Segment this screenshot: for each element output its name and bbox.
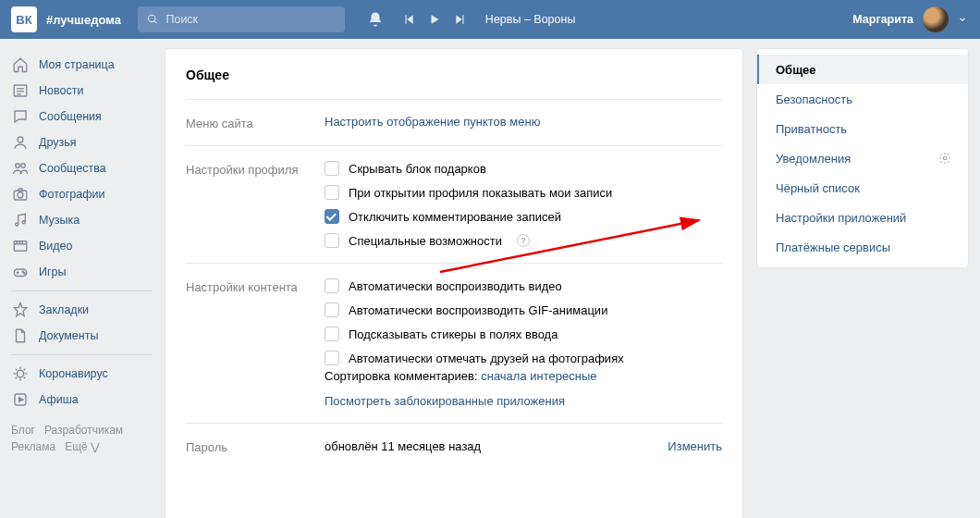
comment-sort-link[interactable]: сначала интересные: [481, 369, 596, 383]
checkbox[interactable]: [325, 278, 339, 293]
checkbox-label: При открытии профиля показывать мои запи…: [349, 186, 612, 200]
checkbox-label: Автоматически воспроизводить GIF-анимаци…: [349, 303, 607, 317]
settings-nav-item[interactable]: Платёжные сервисы: [757, 232, 968, 262]
svg-point-6: [18, 137, 23, 142]
checkbox-label: Специальные возможности: [349, 234, 502, 248]
footer-ads[interactable]: Реклама: [11, 440, 55, 453]
nav-label: Новости: [39, 84, 83, 97]
checkbox[interactable]: [325, 209, 339, 224]
nav-game[interactable]: Игры: [11, 259, 152, 285]
nav-label: Сообщества: [39, 162, 106, 175]
play-icon: [11, 390, 30, 409]
chevron-down-icon: [958, 15, 967, 24]
svg-point-8: [21, 164, 26, 168]
nav-home[interactable]: Моя страница: [11, 52, 152, 78]
checkbox-label: Подсказывать стикеры в полях ввода: [349, 327, 557, 341]
search-input[interactable]: [165, 13, 335, 26]
settings-nav-item[interactable]: Уведомления: [757, 143, 968, 173]
settings-nav-label: Общее: [776, 63, 816, 77]
checkbox[interactable]: [325, 327, 339, 341]
settings-nav-label: Настройки приложений: [776, 211, 906, 225]
video-icon: [11, 237, 30, 255]
blocked-apps-link[interactable]: Посмотреть заблокированные приложения: [325, 394, 565, 408]
play-icon[interactable]: [428, 13, 441, 26]
nav-star[interactable]: Закладки: [11, 297, 152, 323]
checkbox-option[interactable]: Отключить комментирование записей: [325, 209, 722, 224]
checkbox[interactable]: [325, 233, 339, 248]
settings-nav-item[interactable]: Настройки приложений: [757, 203, 968, 232]
avatar: [923, 6, 949, 32]
svg-point-7: [16, 164, 20, 168]
vk-logo[interactable]: ВК: [11, 6, 37, 32]
nav-chat[interactable]: Сообщения: [11, 104, 152, 130]
profile-section-label: Настройки профиля: [186, 161, 325, 248]
settings-nav-item[interactable]: Общее: [757, 55, 968, 84]
checkbox[interactable]: [325, 161, 339, 176]
settings-nav-label: Платёжные сервисы: [776, 240, 890, 254]
svg-point-17: [17, 370, 24, 377]
svg-point-16: [24, 273, 26, 275]
left-sidebar: Моя страницаНовостиСообщенияДрузьяСообще…: [11, 48, 152, 518]
password-updated-text: обновлён 11 месяцев назад: [325, 439, 481, 453]
footer-dev[interactable]: Разработчикам: [44, 424, 123, 437]
configure-menu-link[interactable]: Настроить отображение пунктов меню: [325, 115, 540, 129]
nav-doc[interactable]: Документы: [11, 323, 152, 349]
footer-more[interactable]: Ещё ⋁: [65, 440, 100, 453]
nav-label: Игры: [39, 265, 66, 278]
nav-label: Фотографии: [39, 188, 104, 201]
settings-nav: ОбщееБезопасностьПриватностьУведомленияЧ…: [756, 48, 969, 268]
nav-camera[interactable]: Фотографии: [11, 181, 152, 207]
content-section-label: Настройки контента: [186, 278, 325, 408]
gear-icon[interactable]: [938, 152, 951, 165]
svg-point-19: [943, 156, 947, 160]
checkbox-option[interactable]: Автоматически отмечать друзей на фотогра…: [325, 351, 722, 365]
nav-virus[interactable]: Коронавирус: [11, 361, 152, 387]
settings-nav-label: Приватность: [776, 122, 847, 136]
checkbox-label: Автоматически воспроизводить видео: [349, 279, 562, 293]
home-icon: [11, 56, 30, 74]
help-icon[interactable]: ?: [517, 234, 530, 247]
user-icon: [11, 133, 30, 152]
next-track-icon[interactable]: [454, 13, 467, 26]
nav-label: Афиша: [39, 393, 79, 406]
nav-news[interactable]: Новости: [11, 78, 152, 104]
checkbox-option[interactable]: Автоматически воспроизводить видео: [325, 278, 722, 293]
prev-track-icon[interactable]: [402, 13, 415, 26]
search-box[interactable]: [138, 6, 345, 32]
checkbox-option[interactable]: При открытии профиля показывать мои запи…: [325, 185, 722, 200]
track-title[interactable]: Нервы – Вороны: [485, 13, 576, 26]
nav-label: Моя страница: [39, 58, 115, 71]
nav-music[interactable]: Музыка: [11, 207, 152, 233]
nav-play[interactable]: Афиша: [11, 387, 152, 413]
settings-nav-item[interactable]: Чёрный список: [757, 173, 968, 203]
checkbox-option[interactable]: Скрывать блок подарков: [325, 161, 722, 176]
game-icon: [11, 263, 30, 281]
checkbox[interactable]: [325, 351, 339, 365]
checkbox[interactable]: [325, 185, 339, 200]
checkbox-option[interactable]: Автоматически воспроизводить GIF-анимаци…: [325, 302, 722, 317]
settings-nav-item[interactable]: Приватность: [757, 114, 968, 143]
footer-blog[interactable]: Блог: [11, 424, 35, 437]
checkbox-option[interactable]: Подсказывать стикеры в полях ввода: [325, 327, 722, 341]
username: Маргарита: [852, 13, 913, 26]
user-menu[interactable]: Маргарита: [852, 6, 980, 32]
audio-player: Нервы – Вороны: [402, 13, 576, 26]
checkbox-label: Автоматически отмечать друзей на фотогра…: [349, 352, 624, 365]
comment-sort: Сортировка комментариев: сначала интерес…: [325, 369, 722, 383]
nav-user[interactable]: Друзья: [11, 130, 152, 155]
nav-label: Музыка: [39, 214, 80, 227]
hashtag-link[interactable]: #лучшедома: [46, 13, 121, 27]
settings-nav-item[interactable]: Безопасность: [757, 84, 968, 114]
settings-panel: Общее Меню сайта Настроить отображение п…: [165, 48, 743, 518]
nav-users[interactable]: Сообщества: [11, 155, 152, 181]
change-password-link[interactable]: Изменить: [668, 439, 722, 453]
nav-label: Коронавирус: [39, 367, 108, 380]
notifications-icon[interactable]: [367, 11, 384, 28]
svg-rect-13: [14, 241, 27, 252]
nav-video[interactable]: Видео: [11, 233, 152, 259]
checkbox-option[interactable]: Специальные возможности?: [325, 233, 722, 248]
nav-label: Сообщения: [39, 110, 102, 123]
footer-links: БлогРазработчикам РекламаЕщё ⋁: [11, 422, 152, 455]
checkbox[interactable]: [325, 302, 339, 317]
menu-section-label: Меню сайта: [186, 115, 325, 130]
